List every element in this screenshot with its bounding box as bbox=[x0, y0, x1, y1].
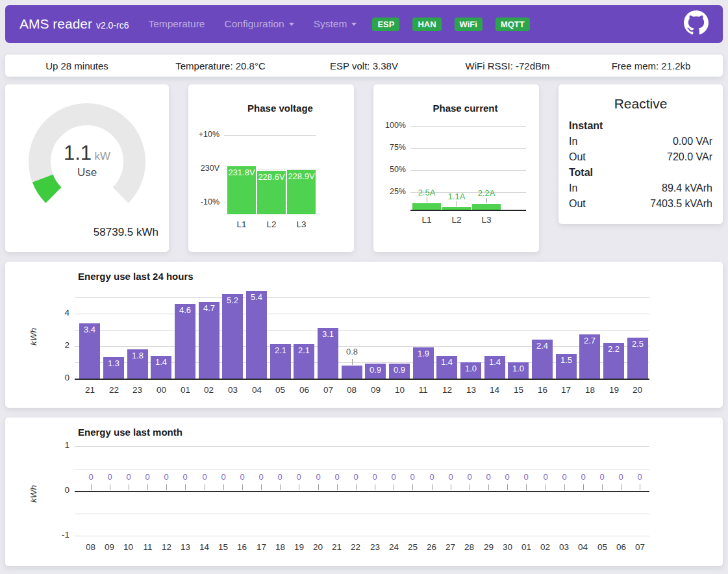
y-tick-label: 0 bbox=[5, 485, 69, 495]
x-tick-label: 09 bbox=[100, 542, 119, 552]
bar-14: 1.4 bbox=[484, 356, 505, 379]
x-tick-label: 10 bbox=[388, 385, 412, 395]
bar-23: 1.8 bbox=[127, 349, 148, 379]
bar-18: 2.7 bbox=[579, 334, 600, 379]
reactive-title: Reactive bbox=[569, 84, 712, 112]
bar-L3: 228.9V bbox=[287, 170, 316, 214]
temperature-status: Temperature: 20.8°C bbox=[149, 60, 292, 71]
bar-value-label: 1.4 bbox=[484, 356, 505, 367]
app-title: AMS reader bbox=[19, 16, 92, 31]
bar-value-label: 2.4 bbox=[532, 340, 553, 351]
reactive-row-value: 89.4 kVArh bbox=[662, 181, 712, 196]
gridline bbox=[75, 330, 649, 331]
bar-05: 2.1 bbox=[270, 344, 291, 379]
esp-volt-status: ESP volt: 3.38V bbox=[292, 60, 436, 71]
x-tick-label: 15 bbox=[507, 385, 531, 395]
x-tick-label: 25 bbox=[403, 542, 422, 552]
bar-value-label: 5.4 bbox=[246, 291, 267, 302]
bar-value-label: 3.4 bbox=[79, 323, 100, 334]
x-tick-label: 06 bbox=[292, 385, 316, 395]
x-tick-label: 07 bbox=[631, 542, 649, 552]
x-tick-label: 13 bbox=[176, 542, 195, 552]
power-gauge-card: 1.1 kW Use 58739.5 kWh bbox=[5, 84, 169, 252]
x-tick-label: 06 bbox=[612, 542, 631, 552]
x-tick-label: 20 bbox=[308, 542, 327, 552]
wifi-rssi-status: WiFi RSSI: -72dBm bbox=[436, 60, 579, 71]
y-tick-label: 25% bbox=[373, 187, 406, 196]
x-tick-label: 05 bbox=[268, 385, 292, 395]
x-tick-label: 19 bbox=[290, 542, 308, 552]
x-tick-label: 16 bbox=[232, 542, 251, 552]
bar-01: 4.6 bbox=[175, 304, 195, 379]
free-mem-status: Free mem: 21.2kb bbox=[579, 60, 723, 71]
bar-value-label: 0.8 bbox=[339, 347, 365, 356]
bar-value-label: 1.8 bbox=[127, 349, 148, 360]
app-header: AMS reader v2.0-rc6 Temperature Configur… bbox=[5, 5, 723, 43]
label-connector-line bbox=[486, 198, 487, 203]
label-connector-line bbox=[166, 484, 167, 490]
reactive-row-label: In bbox=[569, 134, 577, 149]
reactive-row-value: 0.00 VAr bbox=[673, 134, 712, 149]
phase-voltage-card: Phase voltage +10%230V-10%231.8VL1228.6V… bbox=[188, 84, 354, 252]
y-tick-label: 75% bbox=[373, 143, 406, 152]
bar-value-label: 1.5 bbox=[556, 354, 577, 365]
axis-baseline bbox=[75, 379, 649, 380]
bar-value-label: 4.7 bbox=[199, 302, 220, 313]
x-tick-label: 09 bbox=[364, 385, 388, 395]
x-tick-label: 27 bbox=[441, 542, 460, 552]
x-tick-label: 22 bbox=[346, 542, 365, 552]
reactive-row: Out 720.0 VAr bbox=[569, 149, 712, 165]
x-tick-label: 01 bbox=[517, 542, 536, 552]
gridline bbox=[75, 514, 649, 514]
app-brand[interactable]: AMS reader v2.0-rc6 bbox=[19, 16, 129, 32]
bar-value-label: 231.8V bbox=[227, 166, 256, 177]
github-octocat-icon bbox=[684, 10, 709, 38]
label-connector-line bbox=[488, 484, 489, 490]
x-tick-label: 17 bbox=[554, 385, 578, 395]
x-tick-label: 10 bbox=[119, 542, 138, 552]
bar-17: 1.5 bbox=[556, 354, 577, 379]
reactive-row-label: Out bbox=[569, 149, 586, 165]
bar-value-label: 228.9V bbox=[287, 170, 316, 181]
label-connector-line bbox=[91, 484, 92, 490]
phase-voltage-chart: +10%230V-10%231.8VL1228.6VL2228.9VL3 bbox=[188, 84, 354, 252]
gridline bbox=[410, 126, 526, 127]
x-tick-label: 15 bbox=[214, 542, 232, 552]
x-tick-label: 04 bbox=[245, 385, 269, 395]
bar-08 bbox=[342, 366, 362, 379]
label-connector-line bbox=[583, 484, 584, 490]
x-tick-label: 22 bbox=[102, 385, 126, 395]
axis-baseline bbox=[410, 210, 526, 211]
gauge-label: Use bbox=[5, 166, 169, 179]
power-value: 1.1 bbox=[64, 142, 92, 164]
power-unit: kW bbox=[95, 150, 111, 162]
bar-12: 1.4 bbox=[436, 356, 457, 379]
bar-L1: 231.8V bbox=[227, 166, 256, 214]
x-tick-label: 05 bbox=[593, 542, 612, 552]
reactive-row: In 89.4 kVArh bbox=[569, 181, 712, 196]
nav-item-temperature[interactable]: Temperature bbox=[148, 18, 205, 30]
label-connector-line bbox=[352, 359, 353, 365]
bar-19: 2.2 bbox=[603, 343, 624, 379]
status-badge: ESP bbox=[372, 18, 399, 31]
label-connector-line bbox=[394, 484, 394, 490]
y-tick-label: 4 bbox=[5, 308, 69, 318]
bar-02: 4.7 bbox=[199, 302, 220, 379]
x-tick-label: 28 bbox=[460, 542, 479, 552]
bar-L2: 228.6V bbox=[257, 171, 286, 214]
github-link[interactable] bbox=[684, 10, 709, 38]
reactive-card: Reactive Instant In 0.00 VAr Out 720.0 V… bbox=[559, 84, 723, 224]
nav-item-label: Temperature bbox=[148, 18, 205, 30]
x-tick-label: L3 bbox=[472, 215, 501, 225]
y-tick-label: -10% bbox=[188, 197, 220, 206]
nav-item-system[interactable]: System bbox=[314, 18, 357, 30]
bar-L3 bbox=[472, 204, 501, 210]
nav-item-configuration[interactable]: Configuration bbox=[224, 18, 294, 30]
bar-value-label: 0.9 bbox=[365, 364, 386, 375]
x-tick-label: L2 bbox=[442, 215, 471, 225]
x-tick-label: 30 bbox=[498, 542, 517, 552]
bar-20: 2.5 bbox=[627, 338, 648, 379]
status-badges: ESP HAN WiFi MQTT bbox=[372, 18, 529, 31]
bar-value-label: 5.2 bbox=[222, 294, 243, 305]
x-tick-label: 02 bbox=[536, 542, 555, 552]
